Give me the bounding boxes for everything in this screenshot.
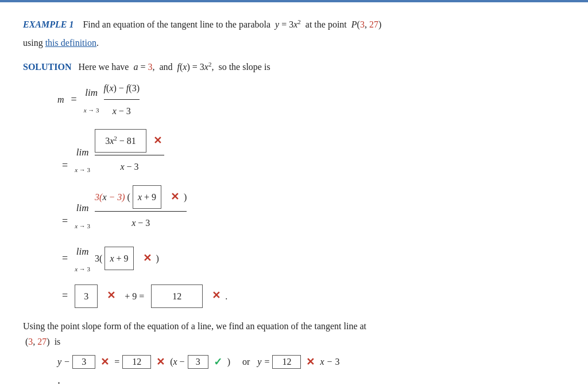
final-dot: .	[57, 373, 565, 386]
step3-factor: 3(x − 3)	[95, 192, 125, 202]
equals5: =	[62, 284, 68, 307]
final-box1[interactable]: 3	[72, 355, 95, 369]
step5-plus9: + 9 =	[125, 286, 144, 306]
step4-box[interactable]: x + 9	[105, 247, 133, 270]
step5-row: = 3 ✕ + 9 = 12 ✕ .	[57, 284, 565, 308]
top-border	[0, 0, 588, 2]
final-minus2: −	[327, 357, 332, 367]
final-box2[interactable]: 12	[122, 355, 151, 369]
solution-intro: SOLUTION Here we have a = 3, and f(x) = …	[23, 61, 565, 72]
math-block: m = lim x → 3 f(x) − f(3) x − 3 = lim x …	[57, 78, 565, 308]
step4-close: )	[156, 248, 159, 268]
equals3: =	[62, 210, 68, 233]
m-label: m	[57, 89, 64, 110]
lim1: lim x → 3	[84, 82, 99, 118]
or-text: or	[242, 357, 250, 367]
step3-box[interactable]: x + 9	[133, 185, 161, 209]
final-close-paren: )	[227, 357, 235, 367]
fraction3: 3(x − 3) ( x + 9 ✕ ) x − 3	[95, 185, 187, 233]
example-label: EXAMPLE 1	[23, 20, 74, 29]
equals4: =	[62, 247, 68, 270]
step1-row: m = lim x → 3 f(x) − f(3) x − 3	[57, 78, 565, 121]
step2-row: = lim x → 3 3x2 − 81 ✕ x − 3	[57, 129, 565, 177]
solution-label: SOLUTION	[23, 62, 71, 72]
step2-x-mark[interactable]: ✕	[153, 135, 162, 146]
step5-x-mark1[interactable]: ✕	[107, 284, 115, 307]
conclusion-text: Using the point slope form of the equati…	[23, 318, 565, 349]
example-header: EXAMPLE 1 Find an equation of the tangen…	[23, 17, 565, 32]
step2-numerator-box[interactable]: 3x2 − 81	[95, 129, 146, 153]
final-box3[interactable]: 3	[188, 355, 208, 369]
final-x2[interactable]: ✕	[156, 356, 165, 368]
step4-row: = lim x → 3 3( x + 9 ✕ )	[57, 241, 565, 276]
step5-x-mark2[interactable]: ✕	[212, 284, 220, 307]
step5-box1[interactable]: 3	[75, 284, 98, 308]
equals2: =	[62, 154, 68, 177]
example-text2: using this definition.	[23, 36, 565, 50]
step4-3: 3(	[92, 248, 102, 268]
lim3: lim x → 3	[75, 197, 90, 233]
step3-paren-close: )	[184, 192, 187, 202]
example-text: Find an equation of the tangent line to …	[83, 20, 381, 29]
step3-x-mark[interactable]: ✕	[171, 191, 179, 202]
final-x-var: x	[320, 357, 324, 367]
step3-row: = lim x → 3 3(x − 3) ( x + 9 ✕ ) x − 3	[57, 185, 565, 233]
final-3: 3	[335, 357, 340, 367]
final-answer-row: y − 3 ✕ = 12 ✕ (x − 3 ✓ ) or y = 12 ✕ x …	[57, 355, 565, 369]
equals1: =	[71, 88, 77, 111]
final-x3[interactable]: ✕	[306, 356, 315, 368]
minus-label: −	[64, 357, 69, 367]
y-label2: y	[257, 357, 261, 367]
lim4: lim x → 3	[75, 241, 90, 276]
y-label: y	[57, 357, 61, 367]
step5-box2[interactable]: 12	[151, 284, 203, 308]
final-check[interactable]: ✓	[214, 356, 222, 368]
definition-link[interactable]: this definition	[45, 38, 96, 48]
step5-dot: .	[225, 286, 227, 306]
final-equals: =	[114, 357, 119, 367]
final-box4[interactable]: 12	[272, 355, 301, 369]
step4-x-mark[interactable]: ✕	[143, 247, 152, 270]
lim2: lim x → 3	[75, 142, 90, 177]
final-eq2: =	[264, 357, 269, 367]
step3-paren-open: (	[127, 192, 130, 202]
final-x1[interactable]: ✕	[100, 356, 109, 368]
fraction2: 3x2 − 81 ✕ x − 3	[95, 129, 164, 177]
fraction1: f(x) − f(3) x − 3	[104, 78, 140, 121]
final-xminus: (x −	[170, 357, 184, 367]
